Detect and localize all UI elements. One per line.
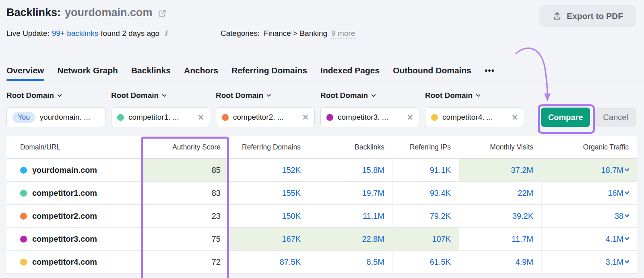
cell-value[interactable]: 152K (282, 166, 301, 175)
cell-value[interactable]: 22.8M (362, 234, 384, 244)
cell-organic-traffic[interactable]: 38 (541, 205, 637, 227)
cell-backlinks[interactable]: 15.8M (309, 159, 392, 181)
cell-domain: competitor1.com (6, 182, 142, 204)
chevron-down-icon[interactable] (624, 235, 630, 241)
domain-name: competitor4.com (32, 257, 97, 267)
cell-value[interactable]: 18.7M (601, 166, 623, 175)
cell-value[interactable]: 19.7M (362, 189, 384, 198)
cell-referring-ips[interactable]: 93.4K (392, 182, 459, 204)
cell-value[interactable]: 39.2K (512, 212, 533, 221)
cell-organic-traffic[interactable]: 3.1M (541, 251, 637, 273)
cell-value[interactable]: 11.1M (363, 212, 384, 221)
cell-monthly-visits[interactable]: 37.2M (459, 159, 541, 181)
cell-value[interactable]: 61.5K (430, 257, 451, 267)
root-domain-dropdown[interactable]: Root Domain (111, 90, 210, 101)
close-icon[interactable]: ✕ (302, 113, 309, 122)
cell-monthly-visits[interactable]: 39.2K (459, 205, 541, 227)
cell-value[interactable]: 15.8M (362, 166, 384, 175)
cell-value[interactable]: 4.1M (606, 234, 623, 244)
root-domain-dropdown[interactable]: Root Domain (6, 90, 105, 101)
cell-backlinks[interactable]: 22.8M (309, 228, 392, 250)
cell-referring-domains[interactable]: 155K (229, 182, 309, 204)
comparison-table: Domain/URLAuthority ScoreReferring Domai… (6, 136, 637, 274)
cell-authority-score: 72 (142, 251, 229, 273)
cell-organic-traffic[interactable]: 16M (541, 182, 637, 204)
page-bottom-strip (0, 274, 644, 278)
cell-domain: competitor2.com (6, 205, 142, 227)
cell-backlinks[interactable]: 11.1M (309, 205, 392, 227)
cell-value[interactable]: 87.5K (280, 257, 301, 267)
categories-label: Categories: (221, 29, 260, 38)
categories-more-link[interactable]: 9 more (331, 29, 355, 39)
filter-group-4: Root Domaincompetitor3. ...✕ (320, 90, 419, 127)
tab-outbound-domains[interactable]: Outbound Domains (393, 60, 471, 81)
tab-backlinks[interactable]: Backlinks (131, 60, 171, 81)
cell-value[interactable]: 11.7M (512, 234, 533, 244)
external-link-icon[interactable] (157, 8, 167, 18)
tab-indexed-pages[interactable]: Indexed Pages (320, 60, 380, 81)
root-domain-dropdown[interactable]: Root Domain (425, 90, 524, 101)
export-pdf-button[interactable]: Export to PDF (539, 5, 636, 27)
domain-color-dot (326, 114, 333, 121)
cell-value[interactable]: 167K (282, 234, 301, 244)
cell-referring-ips[interactable]: 107K (392, 228, 459, 250)
domain-chip-5[interactable]: competitor4. ...✕ (425, 107, 524, 127)
tabs-more-icon[interactable]: ••• (485, 60, 495, 81)
cell-backlinks[interactable]: 8.5M (309, 251, 392, 273)
cell-referring-domains[interactable]: 87.5K (229, 251, 309, 273)
cell-value[interactable]: 38 (615, 212, 623, 221)
cell-value[interactable]: 91.1K (430, 166, 451, 175)
cell-value[interactable]: 150K (282, 212, 301, 221)
tab-anchors[interactable]: Anchors (184, 60, 218, 81)
chevron-down-icon[interactable] (624, 189, 630, 195)
cell-domain: yourdomain.com (6, 159, 142, 181)
chevron-down-icon[interactable] (624, 258, 630, 263)
filter-group-1: Root DomainYouyourdomain. ... (6, 90, 105, 127)
close-icon[interactable]: ✕ (407, 113, 413, 122)
root-domain-dropdown[interactable]: Root Domain (216, 90, 315, 101)
cell-value[interactable]: 8.5M (367, 257, 384, 267)
cell-value[interactable]: 155K (282, 189, 301, 198)
cell-referring-domains[interactable]: 152K (229, 159, 309, 181)
root-domain-dropdown[interactable]: Root Domain (320, 90, 419, 101)
domain-chip-4[interactable]: competitor3. ...✕ (320, 107, 419, 127)
chip-domain-text: yourdomain. ... (39, 113, 90, 122)
cell-monthly-visits[interactable]: 4.9M (459, 251, 541, 273)
cell-backlinks[interactable]: 19.7M (309, 182, 392, 204)
domain-chip-1[interactable]: Youyourdomain. ... (6, 107, 105, 127)
tab-network-graph[interactable]: Network Graph (57, 60, 118, 81)
cell-monthly-visits[interactable]: 22M (459, 182, 541, 204)
column-header-referring-domains: Referring Domains (229, 143, 309, 151)
cancel-button[interactable]: Cancel (595, 108, 636, 127)
cell-value[interactable]: 3.1M (606, 257, 623, 267)
cell-referring-ips[interactable]: 61.5K (392, 251, 459, 273)
cell-organic-traffic[interactable]: 4.1M (541, 228, 637, 250)
domain-color-dot (20, 213, 27, 220)
compare-button[interactable]: Compare (541, 108, 590, 127)
close-icon[interactable]: ✕ (198, 113, 204, 122)
chip-domain-text: competitor2. ... (233, 113, 284, 122)
cell-value[interactable]: 107K (432, 234, 451, 244)
cell-value[interactable]: 93.4K (430, 189, 451, 198)
info-icon[interactable]: i (164, 29, 167, 38)
cell-referring-domains[interactable]: 167K (229, 228, 309, 250)
cell-referring-ips[interactable]: 91.1K (392, 159, 459, 181)
cell-value[interactable]: 4.9M (516, 257, 533, 267)
backlinks-count-link[interactable]: 99+ backlinks (52, 29, 99, 38)
chevron-down-icon[interactable] (624, 166, 630, 172)
domain-chip-2[interactable]: competitor1. ...✕ (111, 107, 210, 127)
cell-value[interactable]: 37.2M (511, 166, 533, 175)
tab-overview[interactable]: Overview (6, 60, 44, 81)
close-icon[interactable]: ✕ (512, 113, 518, 122)
cell-value[interactable]: 79.2K (430, 212, 451, 221)
domain-chip-3[interactable]: competitor2. ...✕ (216, 107, 315, 127)
cell-referring-ips[interactable]: 79.2K (392, 205, 459, 227)
cell-referring-domains[interactable]: 150K (229, 205, 309, 227)
cell-value[interactable]: 16M (608, 189, 623, 198)
cell-monthly-visits[interactable]: 11.7M (459, 228, 541, 250)
cell-organic-traffic[interactable]: 18.7M (541, 159, 637, 181)
cell-value[interactable]: 22M (518, 189, 533, 198)
tab-referring-domains[interactable]: Referring Domains (231, 60, 307, 81)
table-row-competitor4-com: competitor4.com7287.5K8.5M61.5K4.9M3.1M (6, 251, 637, 274)
chevron-down-icon[interactable] (624, 212, 630, 218)
